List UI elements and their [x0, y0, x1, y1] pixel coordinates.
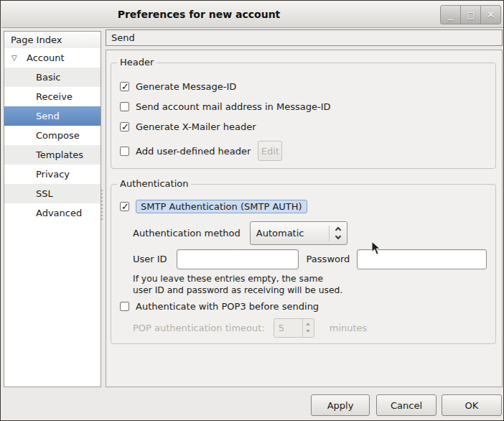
maximize-icon: □: [467, 10, 475, 20]
window-title: Preferences for new account: [1, 1, 504, 27]
generate-x-mailer-row: Generate X-Mailer header: [111, 119, 495, 134]
smtp-auth-label[interactable]: SMTP Authentication (SMTP AUTH): [136, 200, 307, 213]
authentication-frame-title: Authentication: [117, 178, 191, 189]
spinner-arrows-icon[interactable]: [302, 319, 314, 337]
sidebar-item-basic[interactable]: Basic: [4, 68, 101, 87]
sidebar-item-receive[interactable]: Receive: [4, 87, 101, 106]
preferences-window: Preferences for new account _ □ ✕ Page I…: [0, 0, 504, 421]
header-frame: Header Generate Message-ID Send account …: [111, 63, 496, 169]
send-account-address-checkbox[interactable]: [120, 102, 129, 111]
pop-timeout-label: POP authentication timeout:: [133, 323, 265, 333]
pop-timeout-spinner[interactable]: 5: [274, 318, 314, 338]
minimize-icon: _: [448, 3, 453, 27]
minimize-button[interactable]: _: [440, 5, 461, 24]
pop-timeout-unit: minutes: [330, 323, 368, 333]
smtp-auth-checkbox[interactable]: [120, 202, 129, 211]
credentials-row: User ID Password: [111, 249, 495, 269]
expander-open-icon[interactable]: ▽: [11, 54, 23, 62]
auth-method-dropdown[interactable]: Automatic: [250, 221, 347, 245]
mouse-cursor: [371, 241, 381, 256]
user-defined-header-checkbox[interactable]: [120, 147, 129, 156]
authentication-frame: Authentication SMTP Authentication (SMTP…: [111, 184, 496, 344]
pop3-before-send-checkbox[interactable]: [120, 302, 129, 311]
sidebar-item-advanced[interactable]: Advanced: [4, 203, 101, 223]
page-index-column-header[interactable]: Page Index: [4, 31, 101, 49]
header-frame-title: Header: [117, 57, 157, 68]
apply-button[interactable]: Apply: [311, 394, 370, 416]
auth-method-value: Automatic: [256, 228, 304, 239]
sidebar-item-templates[interactable]: Templates: [4, 145, 101, 165]
send-account-address-row: Send account mail address in Message-ID: [111, 99, 495, 114]
sidebar-item-account[interactable]: ▽ Account: [4, 48, 101, 68]
cancel-button[interactable]: Cancel: [376, 394, 437, 416]
auth-method-row: Authentication method Automatic: [111, 221, 495, 245]
generate-x-mailer-checkbox[interactable]: [120, 122, 129, 131]
close-button[interactable]: ✕: [480, 5, 501, 24]
pop-timeout-value: 5: [274, 323, 302, 333]
password-label: Password: [307, 254, 350, 264]
maximize-button[interactable]: □: [460, 5, 481, 24]
close-icon: ✕: [487, 9, 495, 20]
page-title: Send: [106, 29, 503, 46]
page-index-tree: ▽ Account Basic Receive Send Compose Tem…: [4, 48, 101, 387]
sidebar-item-send[interactable]: Send: [4, 106, 101, 126]
pane-splitter-grip[interactable]: [101, 189, 104, 222]
sidebar-item-privacy[interactable]: Privacy: [4, 165, 101, 184]
generate-message-id-checkbox[interactable]: [120, 82, 129, 91]
user-id-field[interactable]: [177, 249, 299, 269]
ok-button[interactable]: OK: [442, 394, 502, 416]
chevron-up-down-icon: [330, 228, 347, 239]
pop-timeout-row: POP authentication timeout: 5 minutes: [111, 318, 495, 338]
generate-message-id-row: Generate Message-ID: [111, 79, 495, 93]
auth-method-label: Authentication method: [133, 228, 241, 239]
send-settings-panel: Header Generate Message-ID Send account …: [106, 50, 503, 387]
titlebar[interactable]: Preferences for new account _ □ ✕: [1, 1, 504, 28]
sidebar-item-compose[interactable]: Compose: [4, 126, 101, 145]
credentials-note: If you leave these entries empty, the sa…: [133, 273, 342, 296]
sidebar-item-ssl[interactable]: SSL: [4, 184, 101, 203]
pop3-before-send-row: Authenticate with POP3 before sending: [111, 298, 495, 314]
smtp-auth-row: SMTP Authentication (SMTP AUTH): [111, 198, 495, 215]
window-controls: _ □ ✕: [441, 5, 501, 24]
edit-button[interactable]: Edit: [258, 141, 282, 161]
user-defined-header-row: Add user-defined header Edit: [111, 141, 495, 161]
user-id-label: User ID: [133, 254, 167, 264]
